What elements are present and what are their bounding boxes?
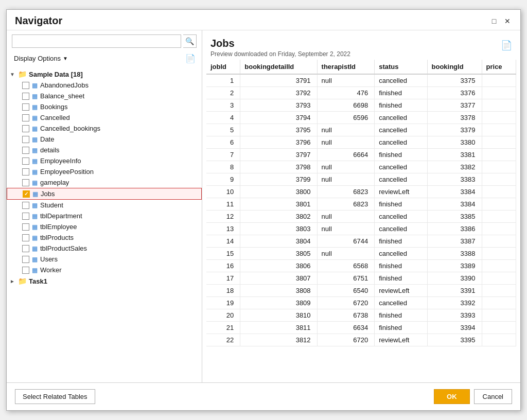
- table-cell: 3799: [240, 173, 317, 186]
- list-item[interactable]: ▦ tblProductSales: [7, 243, 202, 254]
- table-cell: 476: [317, 87, 375, 99]
- checkbox-balance-sheet[interactable]: [22, 93, 29, 100]
- table-cell: 10: [206, 186, 240, 198]
- table-cell: 3379: [427, 124, 482, 136]
- list-item[interactable]: ▦ Worker: [7, 265, 202, 275]
- list-item[interactable]: ▦ Student: [7, 200, 202, 211]
- checkbox-abandonedJobs[interactable]: [22, 82, 29, 89]
- table-row: 737976664finished3381: [206, 149, 516, 161]
- table-cell: 6: [206, 136, 240, 149]
- checkbox-employeeInfo[interactable]: [22, 157, 29, 165]
- tree-group-header-sample-data[interactable]: ▼ 📁 Sample Data [18]: [7, 68, 202, 80]
- table-cell: 3378: [427, 112, 482, 124]
- table-cell: [482, 161, 516, 173]
- col-header-status: status: [375, 60, 427, 74]
- ok-button[interactable]: OK: [434, 389, 470, 404]
- table-cell: cancelled: [375, 211, 427, 223]
- checkbox-tblProductSales[interactable]: [22, 245, 29, 252]
- checkbox-tblDepartment[interactable]: [22, 213, 29, 220]
- checkbox-gameplay[interactable]: [22, 179, 29, 186]
- list-item[interactable]: ▦ tblDepartment: [7, 211, 202, 221]
- table-cell: 3805: [240, 248, 317, 260]
- list-item[interactable]: ▦ AbandonedJobs: [7, 80, 202, 91]
- checkbox-bookings[interactable]: [22, 103, 29, 111]
- table-cell: 3385: [427, 211, 482, 223]
- display-options-button[interactable]: Display Options ▼: [12, 54, 70, 63]
- cancel-button[interactable]: Cancel: [474, 389, 512, 404]
- table-row: 2238126720reviewLeft3395: [206, 334, 516, 346]
- checkbox-worker[interactable]: [22, 267, 29, 274]
- table-cell: cancelled: [375, 173, 427, 186]
- table-cell: 20: [206, 309, 240, 322]
- table-cell: 3791: [240, 74, 317, 87]
- table-row: 2038106738finished3393: [206, 309, 516, 322]
- nav-export-icon-button[interactable]: 📄: [184, 52, 197, 64]
- search-input[interactable]: [12, 34, 181, 48]
- checkbox-users[interactable]: [22, 256, 29, 263]
- table-cell: [482, 260, 516, 272]
- item-label-worker: Worker: [40, 266, 62, 274]
- checkbox-date[interactable]: [22, 136, 29, 143]
- list-item-jobs[interactable]: ▦ Jobs: [7, 188, 202, 200]
- table-cell: cancelled: [375, 136, 427, 149]
- tree-group-header-task1[interactable]: ► 📁 Task1: [7, 275, 202, 287]
- table-cell: 3386: [427, 223, 482, 235]
- list-item[interactable]: ▦ Date: [7, 134, 202, 145]
- list-item[interactable]: ▦ tblProducts: [7, 232, 202, 243]
- search-button[interactable]: 🔍: [183, 34, 197, 48]
- checkbox-tblProducts[interactable]: [22, 234, 29, 241]
- table-cell: reviewLeft: [375, 334, 427, 346]
- table-cell: finished: [375, 322, 427, 334]
- checkbox-jobs[interactable]: [23, 190, 30, 198]
- data-table-container[interactable]: jobId bookingdetailId therapistId status…: [206, 60, 516, 382]
- table-cell: [482, 186, 516, 198]
- preview-header-text: Jobs Preview downloaded on Friday, Septe…: [210, 38, 350, 58]
- table-cell: [482, 136, 516, 149]
- checkbox-student[interactable]: [22, 202, 29, 209]
- list-item[interactable]: ▦ Users: [7, 254, 202, 265]
- footer-left: Select Related Tables: [15, 389, 430, 404]
- select-related-tables-button[interactable]: Select Related Tables: [15, 389, 95, 404]
- checkbox-employeePosition[interactable]: [22, 168, 29, 176]
- table-cell: null: [317, 248, 375, 260]
- list-item[interactable]: ▦ Bookings: [7, 101, 202, 112]
- table-cell: null: [317, 211, 375, 223]
- minimize-button[interactable]: □: [489, 16, 499, 26]
- list-item[interactable]: ▦ Cancelled_bookings: [7, 123, 202, 134]
- table-cell: 3394: [427, 322, 482, 334]
- checkbox-cancelled[interactable]: [22, 114, 29, 121]
- table-cell: 13: [206, 223, 240, 235]
- table-cell: [482, 99, 516, 112]
- title-bar: Navigator □ ✕: [7, 10, 520, 30]
- col-header-bookingdetailId: bookingdetailId: [240, 60, 317, 74]
- checkbox-tblEmployee[interactable]: [22, 223, 29, 231]
- checkbox-details[interactable]: [22, 147, 29, 154]
- table-cell: null: [317, 136, 375, 149]
- table-cell: 3387: [427, 235, 482, 248]
- table-icon: ▦: [32, 103, 38, 111]
- table-cell: reviewLeft: [375, 285, 427, 297]
- table-cell: 8: [206, 161, 240, 173]
- chevron-open-icon: ▼: [10, 72, 16, 77]
- table-cell: 6540: [317, 285, 375, 297]
- item-label-cancelled: Cancelled: [40, 114, 70, 121]
- list-item[interactable]: ▦ details: [7, 145, 202, 155]
- table-cell: finished: [375, 260, 427, 272]
- table-cell: 9: [206, 173, 240, 186]
- list-item[interactable]: ▦ gameplay: [7, 177, 202, 188]
- preview-export-button[interactable]: 📄: [501, 40, 512, 51]
- list-item[interactable]: ▦ EmployeePosition: [7, 166, 202, 177]
- list-item[interactable]: ▦ EmployeeInfo: [7, 155, 202, 166]
- tree-panel[interactable]: ▼ 📁 Sample Data [18] ▦ AbandonedJobs ▦ B…: [7, 67, 202, 382]
- list-item[interactable]: ▦ tblEmployee: [7, 221, 202, 232]
- table-cell: [482, 198, 516, 211]
- close-button[interactable]: ✕: [503, 16, 512, 26]
- checkbox-cancelled-bookings[interactable]: [22, 125, 29, 132]
- table-icon: ▦: [32, 223, 38, 231]
- display-options-bar: Display Options ▼ 📄: [7, 50, 202, 67]
- list-item[interactable]: ▦ Balance_sheet: [7, 91, 202, 101]
- table-cell: 16: [206, 260, 240, 272]
- navigator-window: Navigator □ ✕ 🔍 Display Options ▼: [6, 9, 521, 411]
- list-item[interactable]: ▦ Cancelled: [7, 112, 202, 123]
- table-row: 2138116634finished3394: [206, 322, 516, 334]
